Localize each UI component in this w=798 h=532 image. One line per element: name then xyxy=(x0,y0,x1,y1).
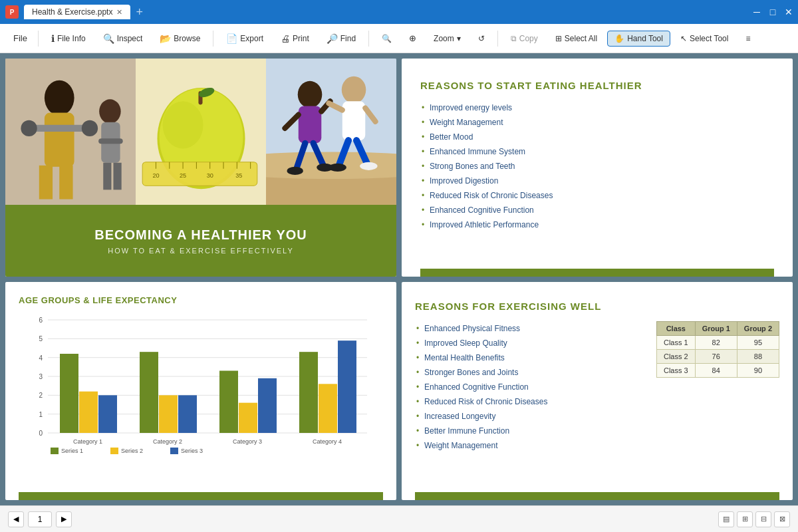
slide-2[interactable]: REASONS TO START EATING HEALTHIER Improv… xyxy=(402,59,793,277)
browse-icon: 📂 xyxy=(160,33,171,44)
bullet-item: Increased Longevity xyxy=(415,409,646,424)
svg-rect-8 xyxy=(59,166,72,200)
svg-text:20: 20 xyxy=(152,172,159,179)
next-page-button[interactable]: ▶ xyxy=(56,511,72,527)
new-tab-button[interactable]: + xyxy=(136,5,143,19)
slide-4[interactable]: REASONS FOR EXERCISING WELL Enhanced Phy… xyxy=(402,282,793,500)
table-cell: Class 1 xyxy=(656,336,695,350)
chevron-down-icon: ▾ xyxy=(457,34,461,43)
zoom-out-button[interactable]: 🔍 xyxy=(374,31,399,47)
print-icon: 🖨 xyxy=(281,33,290,44)
bottom-bar: ◀ ▶ ▤ ⊞ ⊟ ⊠ xyxy=(0,505,798,532)
select-tool-button[interactable]: ↖ Select Tool xyxy=(673,31,735,47)
bullet-item: Enhanced Cognitive Function xyxy=(420,203,774,217)
rotate-button[interactable]: ↺ xyxy=(471,31,492,47)
chart-bar xyxy=(299,352,318,433)
zoom-out-icon: 🔍 xyxy=(382,34,392,43)
more-menu-button[interactable]: ≡ xyxy=(738,31,757,47)
close-button[interactable]: ✕ xyxy=(785,8,793,16)
divider-1 xyxy=(38,31,39,47)
slide1-main-title: BECOMING A HEALTHIER YOU xyxy=(94,227,307,243)
minimize-button[interactable]: ─ xyxy=(753,8,761,16)
slide1-subtitle: HOW TO EAT & EXERCISE EFFECTIVELY xyxy=(108,247,294,255)
svg-rect-12 xyxy=(103,163,111,190)
chart-bar xyxy=(140,352,158,433)
bullet-item: Reduced Risk of Chronic Diseases xyxy=(420,188,774,203)
find-button[interactable]: 🔎 Find xyxy=(319,30,363,47)
cursor-icon: ↖ xyxy=(680,34,687,43)
table-row: Class 38490 xyxy=(656,364,779,378)
toolbar: File ℹ File Info 🔍 Inspect 📂 Browse 📄 Ex… xyxy=(0,24,798,53)
view-grid-button[interactable]: ⊞ xyxy=(737,511,753,527)
print-button[interactable]: 🖨 Print xyxy=(273,30,317,47)
table-cell: 88 xyxy=(737,350,779,364)
bullet-item: Reduced Risk of Chronic Diseases xyxy=(415,394,646,409)
svg-rect-38 xyxy=(299,106,322,143)
svg-text:2: 2 xyxy=(39,392,43,399)
select-all-button[interactable]: ⊞ Select All xyxy=(548,31,604,47)
chart-bar xyxy=(338,340,356,433)
svg-text:0: 0 xyxy=(39,430,43,437)
slide3-footer xyxy=(19,492,383,500)
copy-button[interactable]: ⧉ Copy xyxy=(503,31,545,47)
table-header: Group 2 xyxy=(737,322,779,336)
hand-tool-button[interactable]: ✋ Hand Tool xyxy=(607,31,670,47)
zoom-in-button[interactable]: ⊕ xyxy=(402,30,424,47)
svg-text:1: 1 xyxy=(39,411,43,418)
bullet-item: Enhanced Immune System xyxy=(420,144,774,159)
chart-bar xyxy=(178,395,197,433)
legend-label: Series 3 xyxy=(181,448,203,454)
tab-close-button[interactable]: ✕ xyxy=(116,8,122,17)
slide-1[interactable]: 20 25 30 35 xyxy=(5,59,396,277)
chart-bar xyxy=(79,392,98,433)
app-icon: P xyxy=(5,5,19,19)
chart-bar xyxy=(159,395,178,433)
divider-3 xyxy=(368,31,369,47)
active-tab[interactable]: Health & Exercise.pptx ✕ xyxy=(24,5,130,19)
svg-text:6: 6 xyxy=(39,317,43,324)
slide2-heading: REASONS TO START EATING HEALTHIER xyxy=(420,80,774,91)
svg-point-6 xyxy=(82,120,98,136)
svg-text:5: 5 xyxy=(39,335,43,342)
export-icon: 📄 xyxy=(226,33,237,44)
file-menu-button[interactable]: File xyxy=(8,31,33,46)
slide1-image-apple: 20 25 30 35 xyxy=(136,59,266,205)
chart-bar xyxy=(239,403,257,433)
inspect-button[interactable]: 🔍 Inspect xyxy=(96,30,150,47)
zoom-dropdown-button[interactable]: Zoom ▾ xyxy=(426,31,468,47)
prev-page-button[interactable]: ◀ xyxy=(8,511,24,527)
svg-point-51 xyxy=(329,164,346,172)
bullet-item: Enhanced Cognitive Function xyxy=(415,380,646,394)
view-buttons: ▤ ⊞ ⊟ ⊠ xyxy=(718,511,790,527)
slide4-list: Enhanced Physical FitnessImproved Sleep … xyxy=(415,321,646,453)
slide-3[interactable]: AGE GROUPS & LIFE EXPECTANCY 0123456Cate… xyxy=(5,282,396,500)
table-row: Class 27688 xyxy=(656,350,779,364)
file-info-icon: ℹ xyxy=(51,33,55,44)
svg-rect-4 xyxy=(33,125,86,132)
view-columns-button[interactable]: ⊟ xyxy=(755,511,771,527)
file-info-button[interactable]: ℹ File Info xyxy=(44,30,93,47)
view-single-button[interactable]: ▤ xyxy=(718,511,734,527)
maximize-button[interactable]: □ xyxy=(769,8,777,16)
title-bar: P Health & Exercise.pptx ✕ + ─ □ ✕ xyxy=(0,0,798,24)
export-button[interactable]: 📄 Export xyxy=(219,30,271,47)
bullet-item: Improved Sleep Quality xyxy=(415,336,646,350)
browse-button[interactable]: 📂 Browse xyxy=(152,30,207,47)
zoom-in-icon: ⊕ xyxy=(409,33,416,43)
page-navigation: ◀ ▶ xyxy=(8,511,72,527)
svg-point-52 xyxy=(360,162,377,170)
chart-x-label: Category 3 xyxy=(233,438,262,445)
chart-bar xyxy=(319,384,337,433)
slides-grid: 20 25 30 35 xyxy=(0,53,798,505)
page-number-input[interactable] xyxy=(28,511,52,527)
view-fit-button[interactable]: ⊠ xyxy=(774,511,790,527)
bullet-item: Better Mood xyxy=(420,130,774,144)
svg-point-2 xyxy=(45,80,74,116)
svg-point-45 xyxy=(342,76,366,104)
legend-swatch xyxy=(110,448,118,454)
slide2-footer xyxy=(420,269,774,277)
table-cell: 95 xyxy=(737,336,779,350)
table-header: Class xyxy=(656,322,695,336)
chart-svg: 0123456Category 1Category 2Category 3Cat… xyxy=(19,313,383,460)
bullet-item: Weight Management xyxy=(415,438,646,453)
